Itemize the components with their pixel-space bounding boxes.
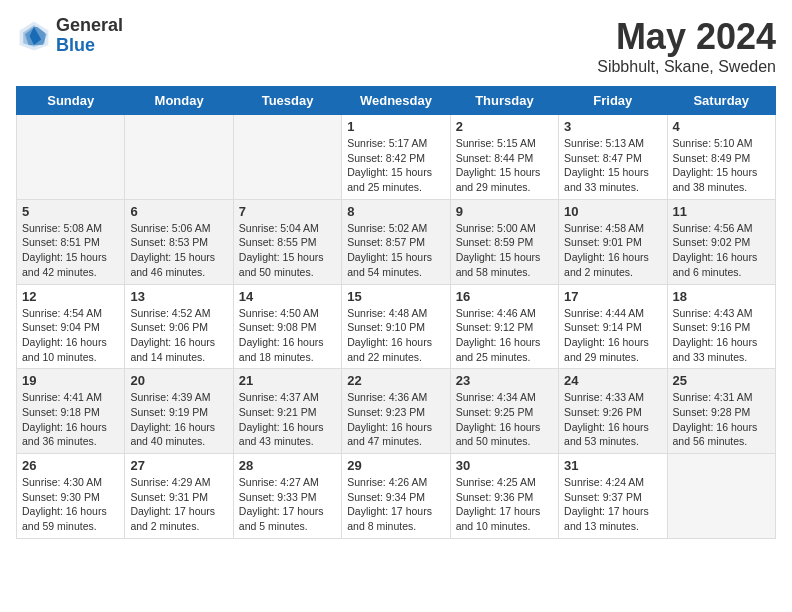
day-info: Sunrise: 4:27 AMSunset: 9:33 PMDaylight:… xyxy=(239,475,336,534)
calendar-cell: 31Sunrise: 4:24 AMSunset: 9:37 PMDayligh… xyxy=(559,454,667,539)
calendar-week-5: 26Sunrise: 4:30 AMSunset: 9:30 PMDayligh… xyxy=(17,454,776,539)
month-title: May 2024 xyxy=(597,16,776,58)
calendar-cell: 17Sunrise: 4:44 AMSunset: 9:14 PMDayligh… xyxy=(559,284,667,369)
day-number: 28 xyxy=(239,458,336,473)
day-number: 25 xyxy=(673,373,770,388)
calendar-week-1: 1Sunrise: 5:17 AMSunset: 8:42 PMDaylight… xyxy=(17,115,776,200)
col-thursday: Thursday xyxy=(450,87,558,115)
calendar-cell: 30Sunrise: 4:25 AMSunset: 9:36 PMDayligh… xyxy=(450,454,558,539)
calendar-cell: 22Sunrise: 4:36 AMSunset: 9:23 PMDayligh… xyxy=(342,369,450,454)
col-saturday: Saturday xyxy=(667,87,775,115)
day-info: Sunrise: 5:13 AMSunset: 8:47 PMDaylight:… xyxy=(564,136,661,195)
col-friday: Friday xyxy=(559,87,667,115)
calendar-cell xyxy=(125,115,233,200)
day-number: 24 xyxy=(564,373,661,388)
day-number: 11 xyxy=(673,204,770,219)
logo-text: General Blue xyxy=(56,16,123,56)
calendar-cell: 10Sunrise: 4:58 AMSunset: 9:01 PMDayligh… xyxy=(559,199,667,284)
day-number: 17 xyxy=(564,289,661,304)
day-info: Sunrise: 4:43 AMSunset: 9:16 PMDaylight:… xyxy=(673,306,770,365)
calendar-week-2: 5Sunrise: 5:08 AMSunset: 8:51 PMDaylight… xyxy=(17,199,776,284)
day-info: Sunrise: 4:44 AMSunset: 9:14 PMDaylight:… xyxy=(564,306,661,365)
day-info: Sunrise: 4:56 AMSunset: 9:02 PMDaylight:… xyxy=(673,221,770,280)
logo: General Blue xyxy=(16,16,123,56)
day-info: Sunrise: 4:37 AMSunset: 9:21 PMDaylight:… xyxy=(239,390,336,449)
day-info: Sunrise: 4:36 AMSunset: 9:23 PMDaylight:… xyxy=(347,390,444,449)
page-header: General Blue May 2024 Sibbhult, Skane, S… xyxy=(16,16,776,76)
calendar-cell: 4Sunrise: 5:10 AMSunset: 8:49 PMDaylight… xyxy=(667,115,775,200)
day-number: 5 xyxy=(22,204,119,219)
calendar-cell: 15Sunrise: 4:48 AMSunset: 9:10 PMDayligh… xyxy=(342,284,450,369)
day-info: Sunrise: 5:10 AMSunset: 8:49 PMDaylight:… xyxy=(673,136,770,195)
day-number: 27 xyxy=(130,458,227,473)
day-info: Sunrise: 4:33 AMSunset: 9:26 PMDaylight:… xyxy=(564,390,661,449)
calendar-cell: 12Sunrise: 4:54 AMSunset: 9:04 PMDayligh… xyxy=(17,284,125,369)
day-number: 4 xyxy=(673,119,770,134)
col-sunday: Sunday xyxy=(17,87,125,115)
calendar-cell: 25Sunrise: 4:31 AMSunset: 9:28 PMDayligh… xyxy=(667,369,775,454)
col-tuesday: Tuesday xyxy=(233,87,341,115)
calendar-cell: 7Sunrise: 5:04 AMSunset: 8:55 PMDaylight… xyxy=(233,199,341,284)
calendar-cell xyxy=(17,115,125,200)
calendar-cell: 2Sunrise: 5:15 AMSunset: 8:44 PMDaylight… xyxy=(450,115,558,200)
calendar-cell: 26Sunrise: 4:30 AMSunset: 9:30 PMDayligh… xyxy=(17,454,125,539)
day-number: 9 xyxy=(456,204,553,219)
calendar-cell: 24Sunrise: 4:33 AMSunset: 9:26 PMDayligh… xyxy=(559,369,667,454)
calendar-cell: 8Sunrise: 5:02 AMSunset: 8:57 PMDaylight… xyxy=(342,199,450,284)
day-number: 31 xyxy=(564,458,661,473)
day-number: 7 xyxy=(239,204,336,219)
day-info: Sunrise: 4:58 AMSunset: 9:01 PMDaylight:… xyxy=(564,221,661,280)
day-number: 19 xyxy=(22,373,119,388)
logo-general-text: General xyxy=(56,16,123,36)
day-number: 29 xyxy=(347,458,444,473)
day-info: Sunrise: 4:29 AMSunset: 9:31 PMDaylight:… xyxy=(130,475,227,534)
calendar-header-row: Sunday Monday Tuesday Wednesday Thursday… xyxy=(17,87,776,115)
day-info: Sunrise: 4:46 AMSunset: 9:12 PMDaylight:… xyxy=(456,306,553,365)
col-monday: Monday xyxy=(125,87,233,115)
day-number: 23 xyxy=(456,373,553,388)
day-number: 6 xyxy=(130,204,227,219)
day-info: Sunrise: 5:15 AMSunset: 8:44 PMDaylight:… xyxy=(456,136,553,195)
day-info: Sunrise: 4:34 AMSunset: 9:25 PMDaylight:… xyxy=(456,390,553,449)
calendar-table: Sunday Monday Tuesday Wednesday Thursday… xyxy=(16,86,776,539)
day-info: Sunrise: 4:52 AMSunset: 9:06 PMDaylight:… xyxy=(130,306,227,365)
calendar-cell: 21Sunrise: 4:37 AMSunset: 9:21 PMDayligh… xyxy=(233,369,341,454)
calendar-cell xyxy=(667,454,775,539)
calendar-cell: 9Sunrise: 5:00 AMSunset: 8:59 PMDaylight… xyxy=(450,199,558,284)
calendar-cell: 28Sunrise: 4:27 AMSunset: 9:33 PMDayligh… xyxy=(233,454,341,539)
day-number: 12 xyxy=(22,289,119,304)
day-number: 15 xyxy=(347,289,444,304)
calendar-cell: 13Sunrise: 4:52 AMSunset: 9:06 PMDayligh… xyxy=(125,284,233,369)
day-info: Sunrise: 4:39 AMSunset: 9:19 PMDaylight:… xyxy=(130,390,227,449)
calendar-cell xyxy=(233,115,341,200)
calendar-cell: 11Sunrise: 4:56 AMSunset: 9:02 PMDayligh… xyxy=(667,199,775,284)
day-info: Sunrise: 4:54 AMSunset: 9:04 PMDaylight:… xyxy=(22,306,119,365)
day-number: 13 xyxy=(130,289,227,304)
day-info: Sunrise: 5:02 AMSunset: 8:57 PMDaylight:… xyxy=(347,221,444,280)
day-number: 22 xyxy=(347,373,444,388)
day-info: Sunrise: 4:30 AMSunset: 9:30 PMDaylight:… xyxy=(22,475,119,534)
day-number: 18 xyxy=(673,289,770,304)
day-number: 3 xyxy=(564,119,661,134)
day-number: 2 xyxy=(456,119,553,134)
day-info: Sunrise: 4:25 AMSunset: 9:36 PMDaylight:… xyxy=(456,475,553,534)
calendar-cell: 16Sunrise: 4:46 AMSunset: 9:12 PMDayligh… xyxy=(450,284,558,369)
day-number: 14 xyxy=(239,289,336,304)
day-info: Sunrise: 5:06 AMSunset: 8:53 PMDaylight:… xyxy=(130,221,227,280)
title-section: May 2024 Sibbhult, Skane, Sweden xyxy=(597,16,776,76)
day-info: Sunrise: 4:31 AMSunset: 9:28 PMDaylight:… xyxy=(673,390,770,449)
day-info: Sunrise: 4:48 AMSunset: 9:10 PMDaylight:… xyxy=(347,306,444,365)
calendar-cell: 23Sunrise: 4:34 AMSunset: 9:25 PMDayligh… xyxy=(450,369,558,454)
day-info: Sunrise: 5:08 AMSunset: 8:51 PMDaylight:… xyxy=(22,221,119,280)
logo-blue-text: Blue xyxy=(56,36,123,56)
day-info: Sunrise: 5:17 AMSunset: 8:42 PMDaylight:… xyxy=(347,136,444,195)
day-info: Sunrise: 4:41 AMSunset: 9:18 PMDaylight:… xyxy=(22,390,119,449)
calendar-cell: 5Sunrise: 5:08 AMSunset: 8:51 PMDaylight… xyxy=(17,199,125,284)
day-info: Sunrise: 4:24 AMSunset: 9:37 PMDaylight:… xyxy=(564,475,661,534)
day-number: 10 xyxy=(564,204,661,219)
day-number: 21 xyxy=(239,373,336,388)
calendar-cell: 18Sunrise: 4:43 AMSunset: 9:16 PMDayligh… xyxy=(667,284,775,369)
day-number: 1 xyxy=(347,119,444,134)
logo-icon xyxy=(16,18,52,54)
calendar-cell: 20Sunrise: 4:39 AMSunset: 9:19 PMDayligh… xyxy=(125,369,233,454)
